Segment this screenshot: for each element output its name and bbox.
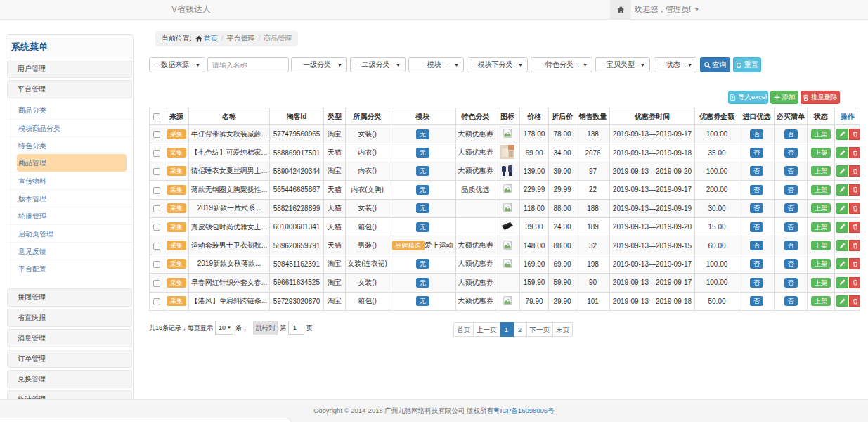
edit-button[interactable] [836,277,848,288]
row-checkbox[interactable] [153,261,160,268]
select-arrow-icon: ▼ [687,58,692,72]
edit-button[interactable] [836,222,848,233]
status-badge: 上架 [811,278,831,288]
table-header-row: 来源 名称 淘客Id 类型 所属分类 模块 特色分类 图标 价格 折后价 销售数… [150,108,860,125]
delete-button[interactable] [849,258,860,269]
delete-button[interactable] [849,184,860,196]
sidebar-submenu-item-意见反馈[interactable]: 意见反馈 [6,242,133,260]
trash-icon [853,298,858,305]
sidebar-group-省直快报[interactable]: 省直快报 [7,309,132,327]
level2-category-select[interactable]: --二级分类--▼ [350,57,406,72]
status-select[interactable]: --状态--▼ [654,57,697,72]
name-search-input[interactable] [207,57,289,72]
sidebar-submenu-item-模块商品分类[interactable]: 模块商品分类 [6,119,133,136]
delete-button[interactable] [849,165,860,177]
sidebar-submenu-item-特色分类[interactable]: 特色分类 [6,136,133,154]
must-buy-badge: 否 [784,148,798,158]
sidebar-submenu-item-启动页管理[interactable]: 启动页管理 [6,224,133,242]
pager-last[interactable]: 末页 [553,322,573,337]
module-select[interactable]: --模块--▼ [408,57,464,72]
cell-must-buy: 否 [775,143,808,162]
cell-status: 上架 [808,255,835,273]
batch-delete-button[interactable]: 批量删除 [801,91,840,104]
cell-select [150,217,164,236]
level1-category-select[interactable]: 一级分类▼ [291,57,347,72]
icp-link[interactable]: 粤ICP备16098006号 [493,407,555,414]
sidebar-submenu-item-版本管理[interactable]: 版本管理 [6,189,133,207]
sidebar-submenu-item-轮播管理[interactable]: 轮播管理 [6,207,133,224]
edit-button[interactable] [836,147,848,158]
row-checkbox[interactable] [153,280,160,287]
reset-button[interactable]: 重置 [733,57,761,72]
cell-name: 2019新款女秋薄款... [189,255,270,273]
pager-first[interactable]: 首页 [453,322,474,337]
user-menu[interactable]: 欢迎您，管理员!▼ [635,0,699,19]
sidebar-group-订单管理[interactable]: 订单管理 [7,350,132,368]
imported-badge: 否 [750,203,763,213]
row-checkbox[interactable] [153,243,160,250]
module-badge: 品牌精选 [392,241,425,250]
per-page-select[interactable]: 10▼ [215,321,233,335]
sidebar-group-用户管理[interactable]: 用户管理 [7,60,132,78]
edit-button[interactable] [836,184,848,196]
row-checkbox[interactable] [153,205,160,212]
breadcrumb-home-link[interactable]: 首页 [204,34,218,42]
delete-button[interactable] [849,203,860,214]
module-subcategory-select[interactable]: --模块下分类--▼ [467,57,528,72]
navbar-home-button[interactable] [610,0,631,19]
data-source-select[interactable]: --数据来源--▼ [149,57,205,72]
sidebar-submenu-item-平台配置[interactable]: 平台配置 [6,260,133,277]
select-arrow-icon: ▼ [454,58,459,72]
cell-imported: 否 [739,125,775,143]
row-checkbox[interactable] [153,131,160,138]
sidebar-group-兑换管理[interactable]: 兑换管理 [7,370,132,388]
page-number-input[interactable] [288,321,304,335]
jump-prefix: 第 [280,324,286,333]
row-checkbox[interactable] [153,150,160,157]
sidebar-submenu-item-商品分类[interactable]: 商品分类 [6,101,133,119]
pager-page-1[interactable]: 1 [500,322,514,337]
search-button[interactable]: 查询 [700,57,730,72]
delete-button[interactable] [849,129,860,140]
cell-type: 天猫 [324,181,346,199]
edit-button[interactable] [836,258,848,269]
edit-button[interactable] [836,203,848,214]
status-badge: 上架 [811,148,831,158]
row-checkbox[interactable] [153,224,160,231]
row-checkbox[interactable] [153,187,160,194]
pager-next[interactable]: 下一页 [527,322,554,337]
cell-module: 无 [389,292,456,310]
pager-prev[interactable]: 上一页 [474,322,500,337]
edit-button[interactable] [836,240,848,251]
header-imported: 进口优选 [739,108,775,125]
row-operations [836,165,860,177]
sidebar-group-平台管理[interactable]: 平台管理 [7,80,132,98]
delete-button[interactable] [849,277,860,288]
cell-select [150,181,164,199]
sidebar-group-消息管理[interactable]: 消息管理 [7,329,132,347]
item-type-select[interactable]: --宝贝类型--▼ [595,57,650,72]
cell-coupon-time: 2019-09-13—2019-09-18 [610,143,695,162]
feature-category-select[interactable]: --特色分类--▼ [531,57,592,72]
delete-button[interactable] [849,240,860,251]
delete-button[interactable] [849,295,860,307]
edit-button[interactable] [836,165,848,177]
edit-button[interactable] [836,129,848,140]
edit-button[interactable] [836,295,848,307]
sidebar-submenu-item-宣传物料[interactable]: 宣传物料 [6,172,133,189]
sidebar-submenu-item-商品管理[interactable]: 商品管理 [17,154,127,172]
delete-button[interactable] [849,147,860,158]
row-checkbox[interactable] [153,168,160,175]
add-button[interactable]: 添加 [770,91,798,104]
must-buy-badge: 否 [784,296,798,306]
import-excel-button[interactable]: 导入excel [728,91,768,104]
sidebar: 系统菜单 用户管理平台管理商品分类模块商品分类特色分类商品管理宣传物料版本管理轮… [6,34,134,422]
jump-button[interactable]: 跳转到 [253,321,278,335]
row-checkbox[interactable] [153,298,160,305]
cell-status: 上架 [808,274,835,292]
select-all-checkbox[interactable] [153,113,160,120]
header-type: 类型 [324,108,346,125]
pager-page-2[interactable]: 2 [514,322,527,337]
delete-button[interactable] [849,222,860,233]
sidebar-group-拼团管理[interactable]: 拼团管理 [7,288,132,307]
